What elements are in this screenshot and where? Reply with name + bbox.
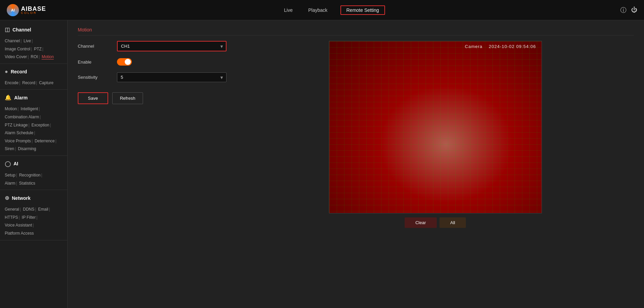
sidebar-item-voice-prompts[interactable]: Voice Prompts xyxy=(5,139,31,143)
sidebar-item-disarming[interactable]: Disarming xyxy=(18,146,36,151)
sidebar-label-ai: AI xyxy=(14,161,18,166)
channel-select-wrapper: CH1 CH2 CH3 CH4 ▼ xyxy=(117,41,226,51)
channel-row: Channel CH1 CH2 CH3 CH4 ▼ xyxy=(78,41,226,51)
sidebar-item-encode[interactable]: Encode xyxy=(5,80,19,85)
sidebar-item-voice-assistant[interactable]: Voice Assistant xyxy=(5,223,32,228)
network-icon: ⊕ xyxy=(5,195,9,201)
sensitivity-select[interactable]: 123 456 78910 xyxy=(117,72,226,82)
sidebar: ◫ Channel Channel| Live| Image Control| … xyxy=(0,20,68,308)
sidebar-item-video-cover[interactable]: Video Cover xyxy=(5,54,27,59)
content-area: Motion Channel CH1 CH2 CH3 CH4 ▼ xyxy=(68,20,644,308)
sidebar-item-statistics[interactable]: Statistics xyxy=(19,181,35,186)
save-button[interactable]: Save xyxy=(78,92,108,104)
sidebar-item-roi[interactable]: ROI xyxy=(31,54,38,59)
sidebar-label-network: Network xyxy=(12,195,30,201)
sidebar-item-email[interactable]: Email xyxy=(38,207,48,212)
sidebar-label-alarm: Alarm xyxy=(14,95,28,100)
svg-rect-0 xyxy=(329,41,542,213)
sidebar-item-ddns[interactable]: DDNS xyxy=(23,207,34,212)
page-title: Motion xyxy=(78,27,634,35)
sidebar-section-alarm: 🔔 Alarm Motion| Intelligent| Combination… xyxy=(0,92,67,156)
sidebar-item-ptz-linkage[interactable]: PTZ Linkage xyxy=(5,123,28,127)
nav-remote-setting[interactable]: Remote Setting xyxy=(340,5,385,15)
sidebar-item-https[interactable]: HTTPS xyxy=(5,215,18,220)
sensitivity-row: Sensitivity 123 456 78910 ▼ xyxy=(78,72,226,82)
nav-playback[interactable]: Playback xyxy=(306,6,330,14)
sidebar-links-ai: Setup| Recognition| Alarm| Statistics xyxy=(0,170,67,190)
sidebar-header-record[interactable]: ● Record xyxy=(0,66,67,77)
sidebar-label-record: Record xyxy=(11,69,27,74)
camera-viewport[interactable]: Camera 2024-10-02 09:54:06 xyxy=(329,41,542,213)
sidebar-header-alarm[interactable]: 🔔 Alarm xyxy=(0,92,67,103)
enable-label: Enable xyxy=(78,60,112,65)
info-icon[interactable]: ⓘ xyxy=(620,6,626,14)
channel-icon: ◫ xyxy=(5,26,10,33)
channel-select[interactable]: CH1 CH2 CH3 CH4 xyxy=(117,41,226,51)
power-icon[interactable]: ⏻ xyxy=(631,6,637,14)
sidebar-item-ip-filter[interactable]: IP Filter xyxy=(22,215,35,220)
toggle-knob xyxy=(125,59,131,65)
sidebar-header-ai[interactable]: ◯ AI xyxy=(0,158,67,170)
sidebar-item-platform-access[interactable]: Platform Access xyxy=(5,231,34,236)
alarm-icon: 🔔 xyxy=(5,94,11,101)
sidebar-section-ai: ◯ AI Setup| Recognition| Alarm| Statisti… xyxy=(0,158,67,190)
sidebar-item-image-control[interactable]: Image Control xyxy=(5,47,30,51)
camera-buttons: Clear All xyxy=(405,217,466,228)
channel-label: Channel xyxy=(78,44,112,49)
sidebar-item-exception[interactable]: Exception xyxy=(31,123,49,127)
topbar: AI AIBASE COLOR Live Playback Remote Set… xyxy=(0,0,644,20)
sidebar-links-alarm: Motion| Intelligent| Combination Alarm| … xyxy=(0,103,67,156)
sidebar-item-combination-alarm[interactable]: Combination Alarm xyxy=(5,115,39,119)
logo: AI AIBASE COLOR xyxy=(7,4,46,16)
enable-toggle[interactable] xyxy=(117,58,132,66)
main-layout: ◫ Channel Channel| Live| Image Control| … xyxy=(0,20,644,308)
ai-icon: ◯ xyxy=(5,161,11,167)
enable-row: Enable xyxy=(78,58,226,66)
sidebar-item-intelligent[interactable]: Intelligent xyxy=(21,106,38,111)
record-icon: ● xyxy=(5,69,8,75)
topbar-icons: ⓘ ⏻ xyxy=(620,6,637,14)
logo-text-block: AIBASE COLOR xyxy=(21,5,46,15)
clear-button[interactable]: Clear xyxy=(405,217,437,228)
sidebar-item-channel-channel[interactable]: Channel xyxy=(5,39,20,43)
sidebar-item-ai-alarm[interactable]: Alarm xyxy=(5,181,15,186)
sidebar-item-capture[interactable]: Capture xyxy=(39,80,53,85)
sidebar-item-setup[interactable]: Setup xyxy=(5,173,15,177)
grid-overlay xyxy=(329,41,542,213)
sidebar-links-channel: Channel| Live| Image Control| PTZ| Video… xyxy=(0,35,67,64)
logo-icon: AI xyxy=(7,4,19,16)
sidebar-item-channel-live[interactable]: Live xyxy=(24,39,31,43)
sensitivity-label: Sensitivity xyxy=(78,75,112,80)
sidebar-item-motion[interactable]: Motion xyxy=(42,54,54,60)
sidebar-label-channel: Channel xyxy=(13,27,31,32)
sidebar-item-siren[interactable]: Siren xyxy=(5,146,14,151)
sidebar-section-network: ⊕ Network General| DDNS| Email| HTTPS| I… xyxy=(0,192,67,240)
refresh-button[interactable]: Refresh xyxy=(112,92,143,104)
sidebar-header-channel[interactable]: ◫ Channel xyxy=(0,24,67,35)
form-panel: Channel CH1 CH2 CH3 CH4 ▼ Enable xyxy=(78,41,226,104)
form-buttons: Save Refresh xyxy=(78,92,226,104)
sidebar-links-network: General| DDNS| Email| HTTPS| IP Filter| … xyxy=(0,204,67,240)
sidebar-section-record: ● Record Encode| Record| Capture xyxy=(0,66,67,90)
settings-form: Channel CH1 CH2 CH3 CH4 ▼ Enable xyxy=(78,41,634,228)
all-button[interactable]: All xyxy=(439,217,466,228)
sidebar-item-recognition[interactable]: Recognition xyxy=(19,173,40,177)
topbar-nav: Live Playback Remote Setting xyxy=(281,5,385,15)
camera-panel: Camera 2024-10-02 09:54:06 xyxy=(237,41,634,228)
sidebar-item-alarm-motion[interactable]: Motion xyxy=(5,106,17,111)
sidebar-item-alarm-schedule[interactable]: Alarm Schedule xyxy=(5,131,33,135)
sidebar-section-channel: ◫ Channel Channel| Live| Image Control| … xyxy=(0,24,67,64)
sidebar-item-ptz[interactable]: PTZ xyxy=(34,47,42,51)
sidebar-item-deterrence[interactable]: Deterrence xyxy=(34,139,54,143)
sidebar-links-record: Encode| Record| Capture xyxy=(0,77,67,90)
sidebar-item-general[interactable]: General xyxy=(5,207,19,212)
sensitivity-select-wrapper: 123 456 78910 ▼ xyxy=(117,72,226,82)
sidebar-item-record[interactable]: Record xyxy=(22,80,35,85)
sidebar-header-network[interactable]: ⊕ Network xyxy=(0,192,67,204)
nav-live[interactable]: Live xyxy=(281,6,295,14)
